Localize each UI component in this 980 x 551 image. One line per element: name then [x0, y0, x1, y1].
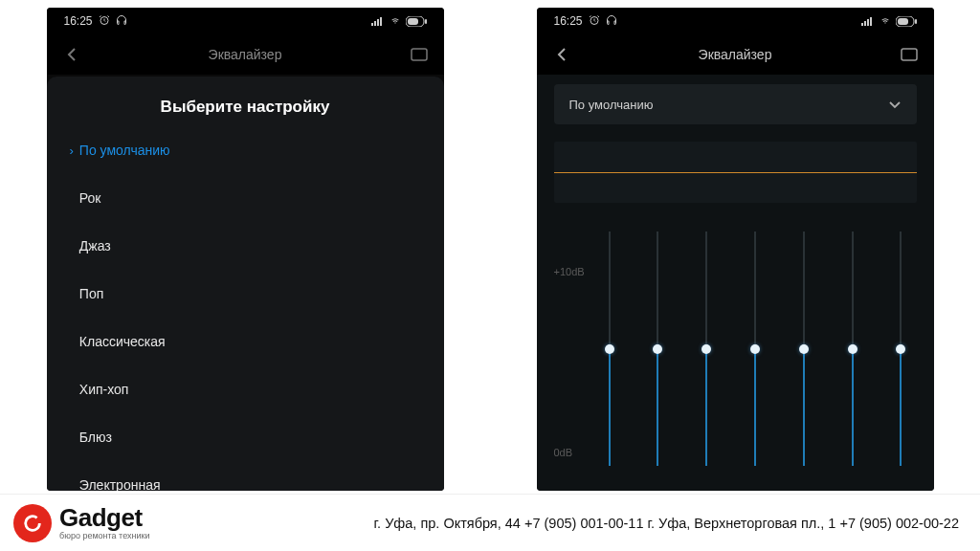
status-bar: 16:25 — [537, 8, 934, 34]
preset-label: Рок — [79, 190, 101, 206]
back-icon[interactable] — [552, 47, 571, 62]
preset-label: Хип-хоп — [79, 382, 129, 397]
preset-label: Поп — [79, 286, 103, 301]
slider-thumb[interactable] — [750, 344, 760, 354]
slider-thumb[interactable] — [799, 344, 809, 354]
svg-rect-13 — [870, 17, 872, 26]
axis-label-bottom: 0dB — [554, 447, 573, 458]
eq-band-slider[interactable] — [891, 231, 910, 466]
eq-band-slider[interactable] — [843, 231, 862, 466]
svg-rect-4 — [380, 17, 382, 26]
slider-thumb[interactable] — [605, 344, 614, 354]
footer-contacts: г. Уфа, пр. Октября, 44 +7 (905) 001-00-… — [149, 516, 967, 531]
preset-sheet: Выберите настройку ›По умолчанию›Рок›Джа… — [47, 77, 444, 491]
svg-rect-10 — [861, 23, 863, 26]
headphones-icon — [606, 14, 617, 29]
card-icon[interactable] — [900, 48, 919, 61]
battery-icon — [896, 16, 917, 27]
signal-icon — [371, 16, 385, 26]
app-bar: Эквалайзер — [47, 34, 444, 75]
eq-curve-preview — [554, 142, 917, 203]
eq-band-slider[interactable] — [794, 231, 813, 466]
svg-rect-11 — [864, 21, 866, 26]
status-time: 16:25 — [64, 14, 93, 28]
slider-thumb[interactable] — [702, 344, 711, 354]
chevron-down-icon — [888, 98, 902, 112]
brand-tagline: бюро ремонта техники — [59, 532, 149, 540]
alarm-icon — [589, 14, 600, 29]
preset-dropdown-label: По умолчанию — [569, 98, 654, 112]
phone-right: 16:25 — [537, 8, 934, 491]
svg-rect-8 — [412, 49, 427, 60]
back-icon[interactable] — [62, 47, 81, 62]
svg-rect-2 — [374, 21, 376, 26]
appbar-title: Эквалайзер — [571, 47, 900, 62]
preset-label: Джаз — [79, 238, 111, 253]
wifi-icon — [389, 16, 402, 26]
axis-label-top: +10dB — [554, 266, 585, 277]
wifi-icon — [879, 16, 892, 26]
logo-mark — [13, 504, 52, 542]
appbar-title: Эквалайзер — [81, 47, 410, 62]
check-caret-icon: › — [70, 143, 74, 158]
sheet-title: Выберите настройку — [47, 84, 444, 126]
slider-thumb[interactable] — [848, 344, 858, 354]
app-bar: Эквалайзер — [537, 34, 934, 75]
preset-label: Классическая — [79, 334, 166, 349]
phone-left: 16:25 — [47, 8, 444, 491]
slider-thumb[interactable] — [653, 344, 662, 354]
eq-band-slider[interactable] — [746, 231, 765, 466]
preset-item[interactable]: ›Классическая — [47, 318, 444, 365]
eq-band-slider[interactable] — [600, 231, 619, 466]
eq-sliders: +10dB 0dB — [554, 231, 917, 466]
eq-band-slider[interactable] — [648, 231, 667, 466]
battery-icon — [406, 16, 427, 27]
status-time: 16:25 — [554, 14, 583, 28]
preset-item[interactable]: ›Поп — [47, 270, 444, 318]
signal-icon — [861, 16, 875, 26]
preset-item[interactable]: ›Джаз — [47, 222, 444, 270]
status-bar: 16:25 — [47, 8, 444, 34]
preset-label: Электронная — [79, 477, 161, 491]
preset-item[interactable]: ›Блюз — [47, 413, 444, 461]
preset-item[interactable]: ›По умолчанию — [47, 126, 444, 174]
card-icon[interactable] — [410, 48, 429, 61]
eq-band-slider[interactable] — [697, 231, 716, 466]
footer: Gadget бюро ремонта техники г. Уфа, пр. … — [0, 494, 980, 551]
preset-label: По умолчанию — [79, 143, 170, 158]
brand-logo: Gadget бюро ремонта техники — [13, 504, 149, 542]
svg-rect-16 — [915, 19, 917, 24]
preset-item[interactable]: ›Рок — [47, 174, 444, 222]
svg-rect-15 — [898, 18, 908, 25]
brand-name: Gadget — [59, 505, 149, 530]
svg-rect-12 — [867, 19, 869, 26]
slider-thumb[interactable] — [896, 344, 905, 354]
alarm-icon — [99, 14, 110, 29]
svg-rect-3 — [377, 19, 379, 26]
preset-dropdown[interactable]: По умолчанию — [554, 84, 917, 124]
svg-rect-1 — [371, 23, 373, 26]
svg-rect-6 — [408, 18, 418, 25]
preset-item[interactable]: ›Электронная — [47, 461, 444, 491]
svg-rect-7 — [425, 19, 427, 24]
preset-item[interactable]: ›Хип-хоп — [47, 365, 444, 413]
svg-rect-17 — [902, 49, 917, 60]
equalizer-body: По умолчанию +10dB 0dB — [537, 75, 934, 491]
preset-label: Блюз — [79, 430, 112, 445]
headphones-icon — [116, 14, 127, 29]
